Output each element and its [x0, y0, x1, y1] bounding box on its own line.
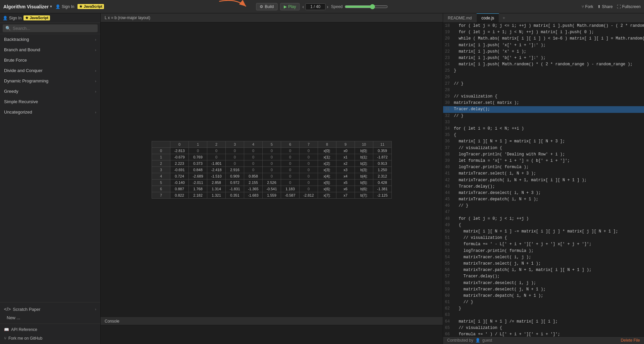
line-number: 48 — [443, 216, 454, 222]
sidebar-js-badge[interactable]: ★ JavaScript — [23, 15, 50, 20]
next-step-button[interactable]: › — [327, 4, 328, 9]
matrix-cell: -1.831 — [226, 186, 244, 192]
fork-me-link[interactable]: ⑂ Fork me on GitHub — [0, 334, 100, 343]
code-line: 54 matrixTracer.select( i, j ); — [443, 254, 644, 261]
top-bar-left: Algorithm Visualizer ▾ 👤 Sign In ★ JavaS… — [3, 4, 104, 9]
matrix-cell: 0 — [300, 154, 318, 160]
line-number: 37 — [443, 145, 454, 151]
matrix-cell: -0.587 — [281, 192, 300, 199]
scratch-paper-header[interactable]: </> Scratch Paper › — [0, 304, 100, 314]
tab-codejs[interactable]: code.js — [477, 13, 499, 22]
code-line: 46 // } — [443, 203, 644, 209]
line-content: matrix[ i ].push( 'x' + i ); — [454, 49, 644, 55]
line-number: 33 — [443, 119, 454, 126]
line-content — [454, 87, 644, 93]
tab-readme[interactable]: README.md — [443, 14, 477, 22]
code-panel: README.md code.js + 18 for ( let j = 0; … — [443, 13, 644, 344]
search-input[interactable] — [13, 26, 95, 31]
line-content: logTracer.println( 'Dealing with Row' + … — [454, 151, 644, 158]
line-content: matrixTracer.deselect( i, j ); — [454, 280, 644, 286]
tab-add-button[interactable]: + — [499, 13, 508, 22]
code-line: 36 matrix[ i ][ N + 1 ] = matrix[ i ][ N… — [443, 138, 644, 145]
sidebar-item-uncategorized[interactable]: Uncategorized › — [0, 107, 100, 117]
line-content — [454, 119, 644, 126]
matrix-cell: x[3]: — [318, 167, 336, 173]
line-number: 50 — [443, 228, 454, 235]
code-editor[interactable]: 18 for ( let j = 0; j <= i; ++j ) matrix… — [443, 23, 644, 336]
matrix-cell: 1.768 — [189, 186, 207, 192]
line-content: Tracer.delay(); — [454, 273, 644, 280]
matrix-cell: 0.887 — [170, 186, 189, 192]
code-line: 61 // } — [443, 299, 644, 305]
delete-file-button[interactable]: Delete File — [621, 338, 640, 343]
main-layout: 👤 Sign In ★ JavaScript 🔍 Backtracking › … — [0, 13, 644, 344]
line-content: matrix[ i ].push( 'x[' + i + ']:' ); — [454, 42, 644, 49]
sidebar-item-simple-recursive[interactable]: Simple Recursive — [0, 96, 100, 107]
matrix-cell: b[5]: — [355, 180, 373, 186]
line-number: 47 — [443, 209, 454, 215]
code-line: 47 — [443, 209, 644, 215]
new-scratch-item[interactable]: New ... — [0, 314, 100, 322]
vis-panel: L x = b (row-major layout) 0 1 2 — [101, 13, 443, 317]
fullscreen-button[interactable]: ⛶ Fullscreen — [617, 4, 641, 9]
code-bottom: Contributed by 👤 guest Delete File — [443, 336, 644, 344]
matrix-cell: x[6]: — [318, 186, 336, 192]
api-reference-link[interactable]: 📖 API Reference — [0, 325, 100, 334]
line-content: } — [454, 68, 644, 74]
matrix-cell: 0.909 — [226, 173, 244, 180]
line-content: } — [454, 305, 644, 312]
line-content: matrix[ i ].push( 'b[' + i + ']:' ); — [454, 55, 644, 61]
sidebar-item-divide-and-conquer[interactable]: Divide and Conquer › — [0, 65, 100, 76]
matrix-cell: b[7]: — [355, 192, 373, 199]
sidebar-item-dynamic-programming[interactable]: Dynamic Programming › — [0, 76, 100, 86]
build-icon: ⚙ — [260, 4, 263, 9]
code-line: 30matrixTracer.set( matrix ); — [443, 100, 644, 106]
matrix-cell: 0.913 — [373, 160, 392, 167]
line-number: 27 — [443, 81, 454, 87]
fork-button[interactable]: ⑂ Fork — [582, 4, 593, 9]
line-number: 51 — [443, 235, 454, 241]
speed-slider[interactable] — [345, 4, 388, 9]
build-button[interactable]: ⚙ Build — [256, 3, 277, 10]
matrix-cell: 2.182 — [189, 192, 207, 199]
row-header: 5 — [152, 180, 170, 186]
arrow-decoration — [216, 0, 249, 11]
prev-step-button[interactable]: ‹ — [302, 4, 304, 9]
app-title[interactable]: Algorithm Visualizer ▾ — [3, 4, 52, 9]
api-icon: 📖 — [4, 327, 9, 332]
line-content: let formula = 'x[' + i + '] = ( b[' + i … — [454, 158, 644, 164]
code-line: 23 matrix[ i ].push( 'b[' + i + ']:' ); — [443, 55, 644, 61]
matrix-cell: 0 — [281, 173, 300, 180]
line-number: 35 — [443, 132, 454, 138]
matrix-cell: 2.526 — [263, 180, 281, 186]
table-row: 5-0.140-2.0112.8580.9722.1552.52600x[5]:… — [152, 180, 392, 186]
matrix-cell: b[0]: — [355, 148, 373, 154]
line-number: 20 — [443, 36, 454, 42]
sidebar-item-greedy[interactable]: Greedy › — [0, 86, 100, 96]
matrix-cell: x[1]: — [318, 154, 336, 160]
matrix-col-header: 6 — [281, 141, 300, 148]
matrix-cell: -2.418 — [207, 167, 226, 173]
matrix-cell: x[4]: — [318, 173, 336, 180]
line-content: matrixTracer.set( matrix ); — [454, 100, 644, 106]
matrix-header-row: 0 1 2 3 4 5 6 7 8 9 — [152, 141, 392, 148]
matrix-cell: 0 — [189, 148, 207, 154]
sidebar-item-backtracking[interactable]: Backtracking › — [0, 34, 100, 45]
content-area: L x = b (row-major layout) 0 1 2 — [101, 13, 644, 344]
line-number: 53 — [443, 248, 454, 254]
play-button[interactable]: ▶ Play — [280, 3, 300, 10]
line-content: Tracer.delay(); — [454, 184, 644, 190]
sidebar-sign-in-button[interactable]: 👤 Sign In — [3, 16, 21, 20]
chevron-right-icon: › — [95, 38, 96, 42]
line-content: matrixTracer.patch( i, N + 1, matrix[ i … — [454, 177, 644, 184]
js-badge[interactable]: ★ JavaScript — [77, 4, 104, 9]
sidebar-item-branch-and-bound[interactable]: Branch and Bound › — [0, 45, 100, 55]
code-line: 38 logTracer.println( 'Dealing with Row'… — [443, 151, 644, 158]
share-button[interactable]: ⬆ Share — [597, 4, 613, 9]
code-line: 27// } — [443, 81, 644, 87]
sign-in-button[interactable]: 👤 Sign In — [55, 4, 74, 9]
line-content: Tracer.delay(); — [454, 106, 644, 113]
line-number: 18 — [443, 23, 454, 29]
sidebar-item-brute-force[interactable]: Brute Force — [0, 55, 100, 65]
line-number: 19 — [443, 29, 454, 36]
